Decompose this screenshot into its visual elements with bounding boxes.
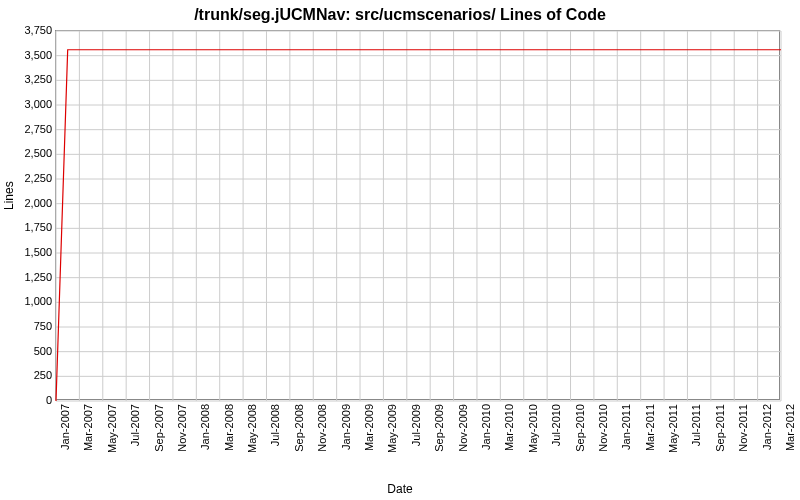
x-tick: May-2008 — [246, 404, 258, 453]
x-axis-label: Date — [0, 482, 800, 496]
x-tick: Mar-2010 — [503, 404, 515, 451]
x-tick: Jul-2007 — [129, 404, 141, 446]
y-tick: 2,500 — [6, 147, 52, 159]
x-tick: May-2010 — [527, 404, 539, 453]
x-tick: Mar-2011 — [644, 404, 656, 451]
x-tick: Sep-2008 — [293, 404, 305, 452]
chart-title: /trunk/seg.jUCMNav: src/ucmscenarios/ Li… — [0, 6, 800, 24]
y-tick: 1,750 — [6, 221, 52, 233]
x-tick: Jan-2008 — [199, 404, 211, 450]
x-tick: May-2009 — [386, 404, 398, 453]
y-tick: 3,250 — [6, 73, 52, 85]
x-tick: Mar-2012 — [784, 404, 796, 451]
x-tick: Jan-2009 — [340, 404, 352, 450]
series-line — [56, 50, 781, 401]
y-tick: 3,500 — [6, 49, 52, 61]
y-tick: 1,500 — [6, 246, 52, 258]
x-tick: Nov-2009 — [457, 404, 469, 452]
x-tick: Jan-2007 — [59, 404, 71, 450]
x-tick: Sep-2007 — [153, 404, 165, 452]
y-tick: 2,750 — [6, 123, 52, 135]
x-tick: Jan-2012 — [761, 404, 773, 450]
y-tick: 3,750 — [6, 24, 52, 36]
y-tick: 1,000 — [6, 295, 52, 307]
line-chart: /trunk/seg.jUCMNav: src/ucmscenarios/ Li… — [0, 0, 800, 500]
x-tick: May-2007 — [106, 404, 118, 453]
x-tick: Jul-2008 — [269, 404, 281, 446]
y-tick: 2,000 — [6, 197, 52, 209]
x-tick: Mar-2007 — [82, 404, 94, 451]
plot-area — [55, 30, 780, 400]
x-tick: Jan-2011 — [620, 404, 632, 450]
x-tick: Mar-2009 — [363, 404, 375, 451]
y-tick: 0 — [6, 394, 52, 406]
x-tick: Nov-2008 — [316, 404, 328, 452]
y-tick: 750 — [6, 320, 52, 332]
plot-svg — [56, 31, 781, 401]
x-tick: Sep-2011 — [714, 404, 726, 452]
y-tick: 2,250 — [6, 172, 52, 184]
y-tick: 500 — [6, 345, 52, 357]
x-tick: Jul-2009 — [410, 404, 422, 446]
y-tick: 1,250 — [6, 271, 52, 283]
x-tick: May-2011 — [667, 404, 679, 453]
x-tick: Sep-2009 — [433, 404, 445, 452]
x-tick: Jul-2010 — [550, 404, 562, 446]
x-tick: Jan-2010 — [480, 404, 492, 450]
x-tick: Nov-2007 — [176, 404, 188, 452]
x-tick: Nov-2010 — [597, 404, 609, 452]
x-tick: Sep-2010 — [574, 404, 586, 452]
x-tick: Nov-2011 — [737, 404, 749, 452]
x-tick: Jul-2011 — [690, 404, 702, 446]
y-tick: 250 — [6, 369, 52, 381]
x-tick: Mar-2008 — [223, 404, 235, 451]
y-tick: 3,000 — [6, 98, 52, 110]
